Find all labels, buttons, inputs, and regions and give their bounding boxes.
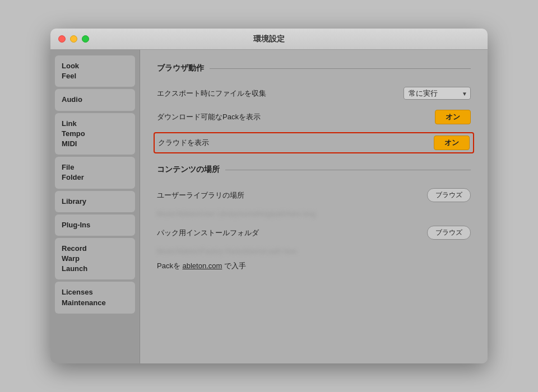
user-library-label: ユーザーライブラリの場所 <box>157 190 244 200</box>
export-dropdown-wrapper: 常に実行 尋ねる しない ▼ <box>404 87 471 100</box>
sidebar-item-audio[interactable]: Audio <box>55 89 135 110</box>
zoom-button[interactable] <box>82 35 89 43</box>
cloud-toggle[interactable]: オン <box>434 136 470 150</box>
sidebar-item-plug-ins[interactable]: Plug-Ins <box>55 214 135 236</box>
user-library-row: ユーザーライブラリの場所 ブラウズ <box>157 186 471 204</box>
sidebar-item-licenses-maintenance[interactable]: LicensesMaintenance <box>55 282 135 313</box>
main-panel: ブラウザ動作 エクスポート時にファイルを収集 常に実行 尋ねる しない ▼ ダウ… <box>140 50 488 363</box>
download-row: ダウンロード可能なPackを表示 オン <box>157 108 471 127</box>
cloud-row: クラウドを表示 オン <box>154 132 474 153</box>
minimize-button[interactable] <box>70 35 77 43</box>
user-library-path: Music/Ableton/User Library/something/pat… <box>157 210 471 218</box>
pack-install-row: パック用インストールフォルダ ブラウズ <box>157 223 471 242</box>
content-area: LookFeel Audio LinkTempoMIDI FileFolder … <box>50 50 488 363</box>
sidebar-item-look-feel[interactable]: LookFeel <box>55 55 135 87</box>
pack-install-path: Music/Ableton/Factory Packs/blurred path… <box>157 248 471 255</box>
traffic-lights <box>58 35 89 43</box>
titlebar: 環境設定 <box>50 29 488 50</box>
ableton-link-row: Packを ableton.com で入手 <box>157 261 471 271</box>
content-section-title: コンテンツの場所 <box>157 165 471 175</box>
cloud-label: クラウドを表示 <box>158 138 209 148</box>
export-dropdown[interactable]: 常に実行 尋ねる しない <box>404 87 471 100</box>
preferences-window: 環境設定 LookFeel Audio LinkTempoMIDI FileFo… <box>50 29 488 363</box>
sidebar-item-link-tempo-midi[interactable]: LinkTempoMIDI <box>55 113 135 155</box>
ableton-com-link[interactable]: ableton.com <box>183 262 222 270</box>
download-label: ダウンロード可能なPackを表示 <box>157 112 261 122</box>
sidebar-item-file-folder[interactable]: FileFolder <box>55 157 135 188</box>
export-row: エクスポート時にファイルを収集 常に実行 尋ねる しない ▼ <box>157 85 471 102</box>
pack-install-browse-button[interactable]: ブラウズ <box>427 226 471 240</box>
sidebar-item-record-warp-launch[interactable]: RecordWarpLaunch <box>55 238 135 280</box>
pack-install-label: パック用インストールフォルダ <box>157 228 259 238</box>
close-button[interactable] <box>58 35 66 43</box>
download-toggle[interactable]: オン <box>435 110 471 124</box>
sidebar: LookFeel Audio LinkTempoMIDI FileFolder … <box>50 50 140 363</box>
browser-section-title: ブラウザ動作 <box>157 63 471 73</box>
ableton-link-prefix: Packを <box>157 262 183 270</box>
sidebar-item-library[interactable]: Library <box>55 191 135 212</box>
export-label: エクスポート時にファイルを収集 <box>157 88 266 99</box>
ableton-link-suffix: で入手 <box>222 262 246 270</box>
window-title: 環境設定 <box>253 34 285 44</box>
user-library-browse-button[interactable]: ブラウズ <box>427 188 471 202</box>
